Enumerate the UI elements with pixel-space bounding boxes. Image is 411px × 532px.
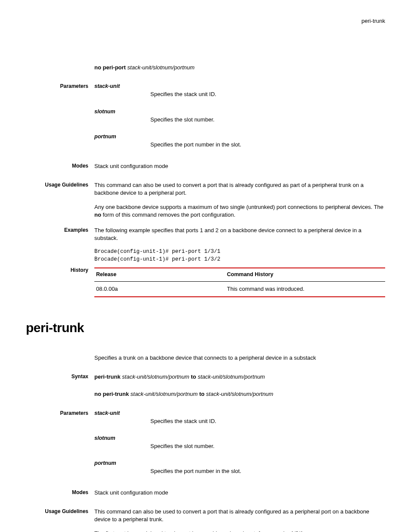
- param-name: slotnum: [94, 435, 150, 450]
- history-label: History: [26, 267, 94, 297]
- param-desc: Specifies the slot number.: [150, 435, 385, 450]
- history-header-cmdhist: Command History: [225, 268, 385, 281]
- param-row: portnum Specifies the port number in the…: [94, 460, 385, 475]
- syntax-label: Syntax: [26, 373, 94, 408]
- syntax-line: peri-trunk stack-unit/slotnum/portnum to…: [94, 373, 385, 381]
- history-table: Release Command History 08.0.00a This co…: [94, 268, 385, 297]
- command-title: peri-trunk: [26, 319, 385, 337]
- command-summary: Specifies a trunk on a backbone device t…: [94, 354, 385, 362]
- syntax-no-line: no peri-trunk stack-unit/slotnum/portnum…: [94, 390, 385, 398]
- param-desc: Specifies the slot number.: [150, 108, 385, 124]
- param-name: stack-unit: [94, 410, 150, 425]
- usage-para-2: Any one backbone device supports a maxim…: [94, 203, 385, 219]
- param-name: slotnum: [94, 108, 150, 124]
- param-name: stack-unit: [94, 83, 150, 98]
- param-desc: Specifies the port number in the slot.: [150, 133, 385, 149]
- param-row: stack-unit Specifies the stack unit ID.: [94, 83, 385, 98]
- examples-intro: The following example specifies that por…: [94, 227, 385, 242]
- history-row: 08.0.00a This command was introduced.: [94, 281, 385, 297]
- history-release: 08.0.00a: [94, 281, 225, 297]
- usage-para-1: This command can also be used to convert…: [94, 508, 385, 523]
- no-periport-args: stack-unit/slotnum/portnum: [128, 64, 195, 71]
- usage-label: Usage Guidelines: [26, 508, 94, 532]
- usage-para-1: This command can also be used to convert…: [94, 181, 385, 197]
- running-header: peri-trunk: [26, 17, 385, 25]
- empty-label: [26, 354, 94, 362]
- parameters-label: Parameters: [26, 83, 94, 158]
- modes-label: Modes: [26, 162, 94, 170]
- param-row: stack-unit Specifies the stack unit ID.: [94, 410, 385, 425]
- param-name: portnum: [94, 133, 150, 149]
- param-desc: Specifies the port number in the slot.: [150, 460, 385, 475]
- empty-label: [26, 64, 94, 72]
- usage-para-2: The first port in a peripheral trunk mus…: [94, 530, 385, 532]
- modes-value: Stack unit configuration mode: [94, 162, 385, 170]
- param-row: slotnum Specifies the slot number.: [94, 435, 385, 450]
- history-desc: This command was introduced.: [225, 281, 385, 297]
- param-row: slotnum Specifies the slot number.: [94, 108, 385, 124]
- examples-code: Brocade(config-unit-1)# peri-port 1/3/1 …: [94, 248, 385, 263]
- param-row: portnum Specifies the port number in the…: [94, 133, 385, 149]
- modes-value: Stack unit configuration mode: [94, 489, 385, 497]
- usage-label: Usage Guidelines: [26, 181, 94, 225]
- param-desc: Specifies the stack unit ID.: [150, 410, 385, 425]
- parameters-label: Parameters: [26, 410, 94, 485]
- param-desc: Specifies the stack unit ID.: [150, 83, 385, 98]
- examples-label: Examples: [26, 227, 94, 265]
- param-name: portnum: [94, 460, 150, 475]
- no-periport-cmd: no peri-port: [94, 64, 128, 71]
- history-header-release: Release: [94, 268, 225, 281]
- modes-label: Modes: [26, 489, 94, 497]
